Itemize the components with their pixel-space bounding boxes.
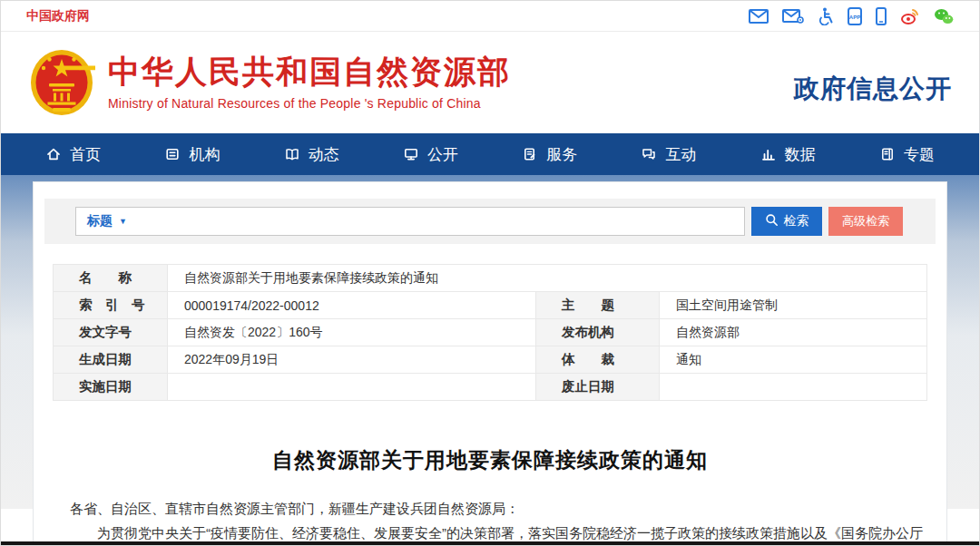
accessibility-icon[interactable] <box>818 7 834 25</box>
nav-label: 公开 <box>427 144 458 165</box>
site-name: 中华人民共和国自然资源部 <box>108 54 511 90</box>
site-header: 中华人民共和国自然资源部 Ministry of Natural Resourc… <box>1 32 979 133</box>
article-title: 自然资源部关于用地要素保障接续政策的通知 <box>44 446 936 474</box>
site-titles: 中华人民共和国自然资源部 Ministry of Natural Resourc… <box>108 54 511 111</box>
nav-item-topics[interactable]: 专题 <box>879 144 935 165</box>
page: 中国政府网 APP <box>0 0 980 546</box>
nav-label: 动态 <box>309 144 339 165</box>
meta-value-doc-no: 自然资发〔2022〕160号 <box>168 319 536 346</box>
nav-label: 机构 <box>189 144 220 165</box>
meta-label-effective-date: 实施日期 <box>54 374 168 401</box>
meta-label-issue-date: 生成日期 <box>54 346 168 374</box>
meta-label-name: 名 称 <box>54 265 168 292</box>
meta-label-repeal-date: 废止日期 <box>536 374 660 401</box>
table-row: 名 称 自然资源部关于用地要素保障接续政策的通知 <box>54 265 927 292</box>
meta-value-genre: 通知 <box>660 346 927 374</box>
table-row: 实施日期 废止日期 <box>54 374 927 401</box>
national-emblem-logo <box>28 45 95 120</box>
mobile-version-icon[interactable] <box>876 7 887 25</box>
meta-label-issuer: 发布机构 <box>536 319 660 346</box>
wechat-icon[interactable] <box>934 8 954 24</box>
interaction-chat-icon <box>641 146 657 162</box>
service-document-icon <box>522 146 538 162</box>
table-row: 发文字号 自然资发〔2022〕160号 发布机构 自然资源部 <box>54 319 927 346</box>
window-bottom-edge <box>1 541 979 545</box>
email-subscribe-icon[interactable] <box>782 8 804 24</box>
meta-label-genre: 体 裁 <box>536 346 660 374</box>
search-field[interactable]: 标题 ▼ <box>75 207 745 236</box>
search-button-label: 检索 <box>784 213 809 229</box>
content-background: 标题 ▼ 检索 高级检索 名 称 自然资源部关于用地要素保障接续政策的通知 <box>1 175 979 509</box>
search-category-dropdown[interactable]: 标题 <box>87 213 113 229</box>
meta-label-doc-no: 发文字号 <box>54 319 168 346</box>
table-row: 生成日期 2022年09月19日 体 裁 通知 <box>54 346 927 374</box>
magnifier-icon <box>765 213 779 229</box>
app-download-icon[interactable]: APP <box>848 7 862 25</box>
meta-value-issue-date: 2022年09月19日 <box>168 346 536 374</box>
nav-label: 数据 <box>785 144 816 165</box>
nav-label: 互动 <box>665 144 696 165</box>
meta-value-repeal-date <box>660 374 927 401</box>
article-paragraph: 各省、自治区、直辖市自然资源主管部门，新疆生产建设兵团自然资源局： <box>70 496 926 521</box>
topbar-icons: APP <box>749 7 954 25</box>
article-body: 各省、自治区、直辖市自然资源主管部门，新疆生产建设兵团自然资源局： 为贯彻党中央… <box>44 496 936 546</box>
search-band: 标题 ▼ 检索 高级检索 <box>44 199 936 244</box>
meta-value-effective-date <box>168 374 536 401</box>
svg-text:APP: APP <box>849 14 860 19</box>
main-nav: 首页 机构 动态 公开 服务 互动 数据 专题 <box>1 133 979 175</box>
meta-label-subject: 主 题 <box>536 292 660 319</box>
nav-item-organization[interactable]: 机构 <box>164 144 220 165</box>
email-icon[interactable] <box>749 9 769 24</box>
meta-value-name: 自然资源部关于用地要素保障接续政策的通知 <box>168 265 927 292</box>
nav-item-disclosure[interactable]: 公开 <box>403 144 458 165</box>
section-title: 政府信息公开 <box>794 59 952 106</box>
meta-value-subject: 国土空间用途管制 <box>660 292 927 319</box>
nav-item-interaction[interactable]: 互动 <box>641 144 696 165</box>
top-utility-bar: 中国政府网 APP <box>1 1 979 32</box>
meta-label-index-no: 索 引 号 <box>54 292 168 319</box>
document-meta-table: 名 称 自然资源部关于用地要素保障接续政策的通知 索 引 号 000019174… <box>53 264 927 401</box>
nav-item-news[interactable]: 动态 <box>284 144 339 165</box>
advanced-search-button[interactable]: 高级检索 <box>828 207 903 236</box>
content-panel: 标题 ▼ 检索 高级检索 名 称 自然资源部关于用地要素保障接续政策的通知 <box>33 181 947 546</box>
meta-value-issuer: 自然资源部 <box>660 319 927 346</box>
data-chart-icon <box>760 146 777 162</box>
organization-icon <box>164 146 181 162</box>
nav-label: 专题 <box>904 144 935 165</box>
search-input[interactable] <box>133 208 733 235</box>
nav-label: 首页 <box>70 144 101 165</box>
meta-value-index-no: 000019174/2022-00012 <box>168 292 536 319</box>
nav-item-service[interactable]: 服务 <box>522 144 577 165</box>
news-book-icon <box>284 146 300 162</box>
table-row: 索 引 号 000019174/2022-00012 主 题 国土空间用途管制 <box>54 292 927 319</box>
weibo-icon[interactable] <box>900 7 920 25</box>
nav-item-data[interactable]: 数据 <box>760 144 816 165</box>
topics-journal-icon <box>879 146 896 162</box>
disclosure-monitor-icon <box>403 146 419 162</box>
caret-down-icon[interactable]: ▼ <box>119 217 127 226</box>
site-name-english: Ministry of Natural Resources of the Peo… <box>108 96 511 111</box>
nav-item-home[interactable]: 首页 <box>45 144 101 165</box>
home-icon <box>45 146 62 162</box>
search-button[interactable]: 检索 <box>751 207 822 236</box>
nav-label: 服务 <box>546 144 577 165</box>
gov-portal-link[interactable]: 中国政府网 <box>26 8 90 24</box>
